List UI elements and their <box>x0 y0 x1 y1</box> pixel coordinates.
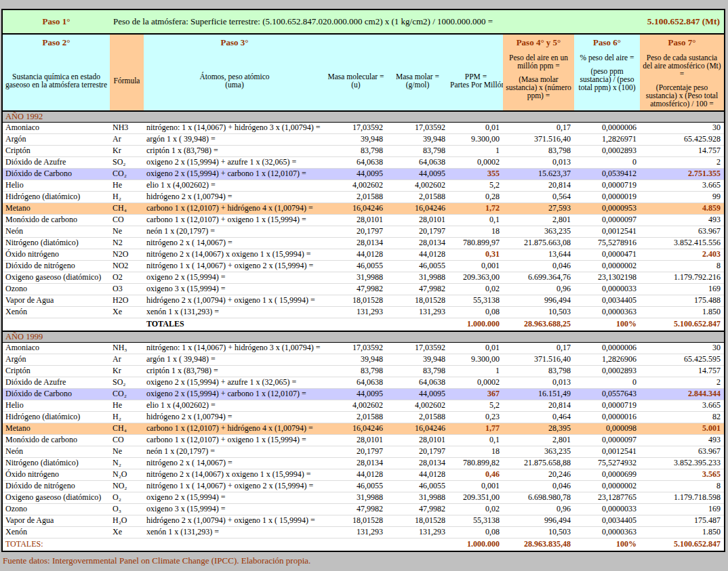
atoms-weight-cell: elio 1 x (4,002602) = <box>144 400 325 411</box>
substance-name-cell: Ozono <box>3 284 110 295</box>
substance-name-cell: Helio <box>3 400 110 411</box>
peso-aire-cell: 10,503 <box>503 307 574 318</box>
ppm-cell: 0,08 <box>449 307 503 318</box>
peso-mt-cell: 3.852.395.233 <box>640 458 724 469</box>
peso-aire-cell: 28,395 <box>503 423 574 434</box>
atoms-weight-cell: neón 1 x (20,1797) = <box>144 446 325 457</box>
atoms-weight-cell: criptón 1 x (83,798) = <box>144 366 325 377</box>
table-row: Monóxido de carbonoCOcarbono 1 x (12,010… <box>3 215 724 226</box>
atoms-weight-cell: nitrógeno 1 x ( 14,0067) + oxigeno 2 x (… <box>144 261 325 272</box>
ppm-cell: 5,2 <box>449 400 503 411</box>
masa-molar-cell: 39,948 <box>386 134 449 145</box>
formula-cell: SO₂ <box>110 377 144 388</box>
pct-aire-cell: 0,0000019 <box>574 192 640 203</box>
ppm-cell: 355 <box>449 169 503 179</box>
ppm-cell: 1,72 <box>449 203 503 214</box>
source-note: Fuente datos: Intergovernmental Panel on… <box>0 555 728 566</box>
pct-aire-cell: 75,5274932 <box>574 458 640 469</box>
totals-label: TOTALES <box>144 318 325 331</box>
ppm-cell: 0,23 <box>449 412 503 423</box>
pct-aire-cell: 0,0000033 <box>574 284 640 295</box>
ppm-cell: 18 <box>449 446 503 457</box>
peso-aire-cell: 0,17 <box>503 343 574 354</box>
paso6-label: Paso 6° <box>575 35 639 51</box>
table-row: XenónXexenón 1 x (131,293) =131,293131,2… <box>3 307 724 318</box>
column-subtitle: Partes Por Millón <box>450 81 502 89</box>
table-row: ArgónArargón 1 x ( 39,948) =39,94839,948… <box>3 134 724 146</box>
table-row: Vapor de AguaH₂Ohidrógeno 2 x (1,00794) … <box>3 515 724 527</box>
column-title: Fórmula <box>111 77 142 85</box>
atoms-weight-cell: nitrógeno 2 x ( 14,0067) = <box>144 238 325 249</box>
masa-molecular-cell: 17,03592 <box>325 343 386 354</box>
peso-aire-cell: 0,564 <box>503 192 574 203</box>
table-row: ArgónArargón 1 x ( 39,948) =39,94839,948… <box>3 354 724 366</box>
paso1-result: 5.100.652.847 (Mt) <box>647 16 724 27</box>
atoms-weight-cell: nitrógeno 1 x ( 14,0067) + oxigeno 2 x (… <box>144 481 325 492</box>
atoms-weight-cell: oxigeno 2 x (15,9994) + carbono 1 x (12,… <box>144 169 325 179</box>
substance-name-cell: Amoniaco <box>3 123 110 133</box>
atoms-weight-cell: nitrógeno: 1 x (14,0067) + hidrógeno 3 x… <box>144 343 325 354</box>
formula-cell: NH3 <box>110 123 144 133</box>
formula-cell: CO₂ <box>110 389 144 400</box>
column-subtitle: (u) <box>327 81 385 89</box>
column-formula-text: (peso ppm sustancia) / (peso total ppm) … <box>575 67 639 91</box>
substance-name-cell: Argón <box>3 134 110 145</box>
pct-aire-cell: 0 <box>574 157 640 168</box>
column-formula-text: (Porcentaje peso sustancia) x (Peso tota… <box>641 83 723 108</box>
column-header-masa-molar: Masa molar = (g/mol) <box>386 35 449 110</box>
masa-molar-cell: 20,1797 <box>386 226 449 237</box>
formula-cell: SO₂ <box>110 157 144 168</box>
peso-aire-cell: 6.698.980,78 <box>503 492 574 503</box>
atoms-weight-cell: argón 1 x ( 39,948) = <box>144 134 325 145</box>
ppm-cell: 0,02 <box>449 504 503 515</box>
substance-name-cell: Metano <box>3 423 110 434</box>
formula-cell: N2O <box>110 249 144 260</box>
masa-molecular-cell: 20,1797 <box>325 226 386 237</box>
ppm-cell: 1,77 <box>449 423 503 434</box>
table-row: Dióxido de AzufreSO₂oxigeno 2 x (15,9994… <box>3 377 724 389</box>
totals-peso-mt: 5.100.652.847 <box>640 318 724 331</box>
masa-molar-cell: 83,798 <box>386 366 449 377</box>
table-row: Hidrógeno (diatómico)H₂hidrógeno 2 x (1,… <box>3 192 724 203</box>
column-title: Sustancia química en estado gaseoso en l… <box>4 72 108 89</box>
peso-mt-cell: 65.425.928 <box>640 134 724 145</box>
atoms-weight-cell: carbono 1 x (12,0107) + hidrógeno 4 x (1… <box>144 203 325 214</box>
peso-mt-cell: 1.179.792.216 <box>640 272 724 283</box>
pct-aire-cell: 0,0002893 <box>574 366 640 377</box>
peso-aire-cell: 15.623,37 <box>503 169 574 179</box>
masa-molecular-cell: 4,002602 <box>325 400 386 411</box>
totals-pct-aire: 100% <box>574 538 640 551</box>
masa-molar-cell: 18,01528 <box>386 295 449 306</box>
ppm-cell: 780.899,82 <box>449 458 503 469</box>
ppm-cell: 0,0002 <box>449 377 503 388</box>
substance-name-cell: Monóxido de carbono <box>3 215 110 226</box>
column-title: % peso del aire = <box>575 54 639 62</box>
masa-molecular-cell: 47,9982 <box>325 504 386 515</box>
pct-aire-cell: 0,0000002 <box>574 261 640 272</box>
peso-mt-cell: 8 <box>640 481 724 492</box>
column-header-formula: Fórmula <box>110 35 144 110</box>
ppm-cell: 0,1 <box>449 435 503 446</box>
substance-name-cell: Vapor de Agua <box>3 515 110 526</box>
peso-mt-cell: 3.665 <box>640 180 724 191</box>
peso-aire-cell: 83,798 <box>503 366 574 377</box>
totals-peso-aire: 28.963.835,48 <box>503 538 574 551</box>
masa-molecular-cell: 20,1797 <box>325 446 386 457</box>
masa-molar-cell: 131,293 <box>386 307 449 318</box>
table-row: MetanoCH₄carbono 1 x (12,0107) + hidróge… <box>3 423 724 435</box>
paso1-label: Paso 1° <box>3 16 110 27</box>
peso-aire-cell: 0,013 <box>503 157 574 168</box>
masa-molecular-cell: 16,04246 <box>325 423 386 434</box>
ppm-cell: 1 <box>449 366 503 377</box>
formula-cell: CO <box>110 215 144 226</box>
table-row: CriptónKrcriptón 1 x (83,798) =83,79883,… <box>3 366 724 377</box>
peso-aire-cell: 83,798 <box>503 146 574 156</box>
column-header-ppm: PPM = Partes Por Millón <box>449 35 503 110</box>
table-row: Hidrógeno (diatómico)H₂hidrógeno 2 x (1,… <box>3 412 724 423</box>
table-row: Nitrógeno (diatómico)N₂nitrógeno 2 x ( 1… <box>3 458 724 469</box>
peso-mt-cell: 5.001 <box>640 423 724 434</box>
table-row: Dióxido de AzufreSO₂oxigeno 2 x (15,9994… <box>3 157 724 169</box>
peso-mt-cell: 175.488 <box>640 295 724 306</box>
formula-cell: H2O <box>110 295 144 306</box>
peso-mt-cell: 3.665 <box>640 400 724 411</box>
